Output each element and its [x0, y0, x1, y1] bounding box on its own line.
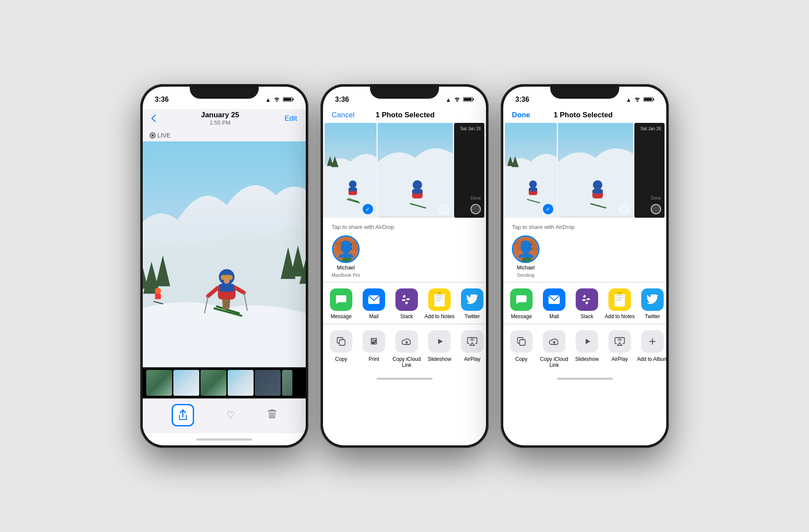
thumb-5[interactable]	[255, 370, 281, 396]
svg-rect-74	[517, 246, 530, 250]
action-addalbum-3[interactable]: Add to Album	[636, 330, 666, 369]
airdrop-contact-michael-2[interactable]: Michael MacBook Pro	[332, 235, 360, 278]
home-bar-2	[376, 378, 433, 380]
app-twitter-2[interactable]: Twitter	[456, 288, 486, 319]
svg-rect-87	[520, 340, 525, 345]
app-message-2[interactable]: Message	[325, 288, 357, 319]
app-twitter-3[interactable]: Twitter	[636, 288, 666, 319]
action-icloud-2[interactable]: Copy iCloud Link	[390, 330, 423, 369]
grid-photo-selected-3[interactable]: ◉LIVE	[505, 123, 557, 218]
wifi-icon-1	[273, 97, 280, 103]
notch-1	[190, 84, 259, 99]
unselected-3c	[651, 204, 661, 214]
svg-rect-49	[438, 292, 441, 294]
action-copy-3[interactable]: Copy	[505, 330, 538, 369]
action-print-2[interactable]: Print	[357, 330, 390, 369]
app-slack-3[interactable]: Slack	[571, 288, 603, 319]
contact-name-2: Michael	[337, 265, 354, 271]
grid-photo-2b[interactable]: ◉LIVE	[378, 123, 453, 218]
action-slideshow-2[interactable]: Slideshow	[423, 330, 456, 369]
done-button-3[interactable]: Done	[512, 111, 530, 119]
status-time-2: 3:36	[335, 96, 349, 103]
app-notes-2[interactable]: Add to Notes	[423, 288, 456, 319]
airdrop-contacts-2: Michael MacBook Pro	[332, 235, 477, 278]
svg-point-16	[224, 278, 230, 284]
action-copy-label-2: Copy	[335, 356, 347, 362]
contact-avatar-3	[512, 235, 539, 263]
svg-rect-77	[523, 247, 526, 250]
cancel-button-2[interactable]: Cancel	[332, 111, 354, 119]
app-slack-2[interactable]: Slack	[390, 288, 423, 319]
grid-photo-selected-2[interactable]: ◉LIVE	[325, 123, 376, 218]
svg-point-39	[342, 242, 352, 252]
battery-icon-2	[463, 97, 474, 103]
action-airplay-label-2: AirPlay	[464, 356, 480, 362]
actions-scroll-2: Copy	[323, 330, 486, 369]
contact-avatar-2	[332, 235, 360, 263]
svg-marker-57	[470, 343, 474, 345]
grid-photo-3b[interactable]: ◉LIVE	[558, 123, 633, 218]
action-copy-2[interactable]: Copy	[325, 330, 357, 369]
done-3c: Done	[651, 196, 661, 200]
action-airplay-3[interactable]: AirPlay	[603, 330, 636, 369]
thumb-6[interactable]	[282, 370, 292, 396]
home-indicator-3	[503, 373, 666, 385]
selected-check-3: ✓	[543, 204, 553, 214]
photos-grid-2: ◉LIVE	[323, 123, 486, 218]
date-3c: Sat Jan 26	[640, 126, 661, 131]
thumbnail-strip-1[interactable]	[143, 367, 306, 398]
action-slideshow-3[interactable]: Slideshow	[571, 330, 603, 369]
thumb-3[interactable]	[201, 370, 226, 396]
app-mail-label-3: Mail	[549, 313, 559, 319]
svg-point-24	[349, 181, 357, 188]
apps-section-2: Message Mail	[323, 282, 486, 324]
airdrop-contact-michael-3[interactable]: Michael Sending	[512, 235, 539, 278]
app-notes-label-3: Add to Notes	[605, 313, 634, 319]
main-photo-1[interactable]	[143, 141, 306, 367]
thumb-4[interactable]	[228, 370, 254, 396]
status-icons-3: ▲	[626, 97, 654, 103]
app-mail-2[interactable]: Mail	[357, 288, 390, 319]
back-button-1[interactable]	[151, 115, 156, 122]
app-twitter-label-2: Twitter	[464, 313, 480, 319]
svg-rect-71	[513, 237, 538, 262]
addalbum-icon-3	[641, 330, 664, 353]
app-notes-3[interactable]: Add to Notes	[603, 288, 636, 319]
app-mail-label-2: Mail	[369, 313, 379, 319]
thumb-1[interactable]	[146, 370, 172, 396]
share-title-2: 1 Photo Selected	[376, 111, 435, 119]
icloud-icon-3	[543, 330, 565, 353]
apps-scroll-3: Message Mail	[503, 288, 666, 319]
avatar-face-2	[333, 237, 358, 262]
svg-rect-21	[473, 98, 474, 100]
grid-photo-3c[interactable]: Sat Jan 26 Done	[634, 123, 665, 218]
svg-rect-82	[616, 295, 623, 296]
contact-name-3: Michael	[517, 265, 534, 271]
action-slideshow-label-2: Slideshow	[428, 356, 452, 362]
svg-rect-41	[348, 247, 351, 250]
airdrop-label-3: Tap to share with AirDrop	[512, 224, 658, 230]
slack-icon-3	[576, 288, 598, 311]
bottom-toolbar-1: ♡	[143, 398, 306, 433]
actions-scroll-3: Copy Copy iCloud Link	[503, 330, 666, 369]
trash-button-1[interactable]	[267, 408, 277, 422]
svg-rect-35	[333, 241, 346, 245]
battery-icon-1	[283, 97, 294, 103]
edit-button-1[interactable]: Edit	[285, 114, 297, 123]
action-airplay-2[interactable]: AirPlay	[456, 330, 486, 369]
app-message-3[interactable]: Message	[505, 288, 538, 319]
phone-1: 3:36 ▲ Janu	[140, 84, 308, 448]
svg-rect-36	[348, 241, 358, 245]
home-bar-1	[196, 438, 252, 441]
grid-photo-2c[interactable]: Sat Jan 26 Done	[454, 123, 484, 218]
share-button-1[interactable]	[172, 404, 194, 426]
heart-button-1[interactable]: ♡	[226, 410, 235, 421]
action-icloud-3[interactable]: Copy iCloud Link	[538, 330, 571, 369]
app-mail-3[interactable]: Mail	[538, 288, 571, 319]
thumb-2[interactable]	[173, 370, 199, 396]
svg-rect-45	[436, 295, 443, 296]
svg-rect-40	[343, 247, 346, 250]
phones-container: 3:36 ▲ Janu	[140, 84, 669, 448]
svg-point-17	[155, 288, 161, 294]
nav-date-1: January 25	[201, 111, 239, 119]
